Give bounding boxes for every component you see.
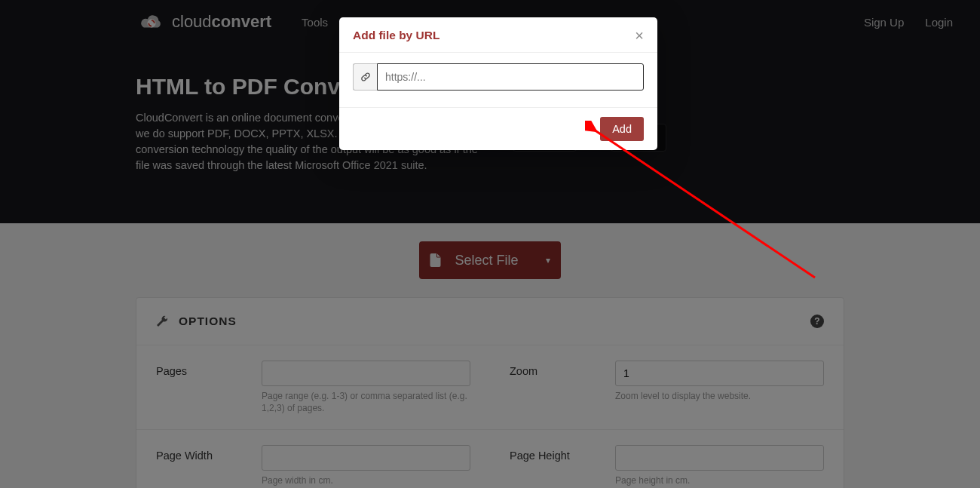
url-input[interactable]: [377, 63, 644, 91]
close-icon[interactable]: ×: [635, 28, 644, 43]
add-url-modal: Add file by URL × Add: [339, 17, 657, 150]
modal-title: Add file by URL: [353, 29, 439, 42]
add-button[interactable]: Add: [600, 117, 644, 141]
link-icon: [353, 63, 377, 91]
